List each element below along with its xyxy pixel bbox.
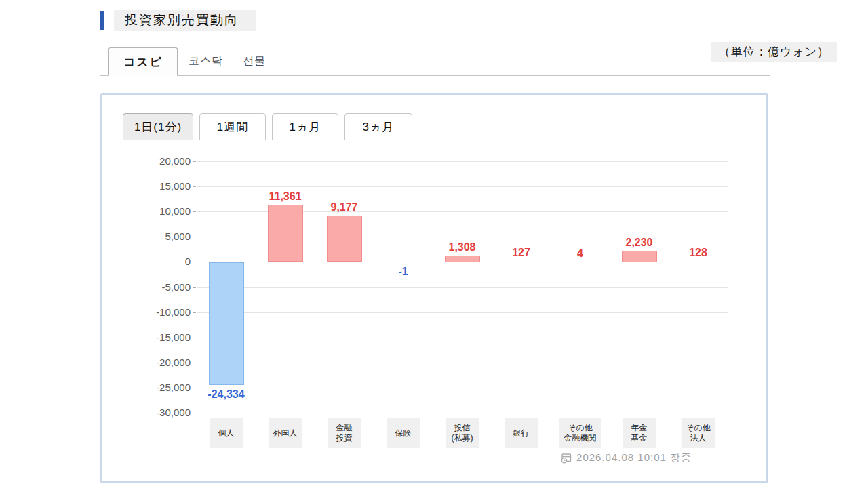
gridline xyxy=(197,413,728,413)
gridline xyxy=(197,388,728,388)
gridline xyxy=(197,287,728,288)
bar-value-label: 127 xyxy=(512,246,530,259)
y-axis-tick-label: -30,000 xyxy=(109,407,191,419)
market-tabbar: コスピ코스닥선물 xyxy=(100,47,770,76)
page-title: 投資家別売買動向 xyxy=(114,10,256,30)
bar-value-label: 9,177 xyxy=(330,201,357,214)
chart-bar xyxy=(209,262,244,385)
market-tab-2[interactable]: 선물 xyxy=(243,47,266,75)
calendar-clock-icon xyxy=(560,452,572,464)
bar-value-label: 1,308 xyxy=(448,241,475,253)
y-axis-tick xyxy=(193,413,196,413)
y-axis-tick-label: 0 xyxy=(109,256,191,268)
y-axis-tick xyxy=(193,287,196,288)
timestamp: 2026.04.08 10:01 장중 xyxy=(560,451,692,464)
chart-bar xyxy=(268,205,303,262)
bar-value-label: 11,361 xyxy=(269,190,301,203)
bar-value-label: 2,230 xyxy=(625,236,652,249)
section-header: 投資家別売買動向 xyxy=(100,10,256,30)
gridline xyxy=(197,161,728,162)
chart-bar xyxy=(622,251,657,262)
y-axis-tick-label: -20,000 xyxy=(109,357,191,369)
y-axis-tick-label: 5,000 xyxy=(109,230,191,243)
x-axis-category-label: 個人 xyxy=(210,418,243,448)
chart-bar xyxy=(445,256,480,262)
chart-bar xyxy=(327,216,362,262)
gridline xyxy=(197,363,728,363)
y-axis-tick-label: -5,000 xyxy=(109,281,191,293)
gridline xyxy=(197,186,728,187)
y-axis-tick xyxy=(193,161,196,162)
y-axis-tick-label: 10,000 xyxy=(109,205,191,218)
y-axis-tick xyxy=(193,211,196,212)
bar-value-label: 128 xyxy=(689,246,707,259)
bar-value-label: -1 xyxy=(398,265,408,278)
y-axis-tick-label: 15,000 xyxy=(109,180,191,192)
y-axis-line xyxy=(197,161,197,413)
x-axis-category-label: 金融投資 xyxy=(328,418,361,448)
y-axis-tick xyxy=(193,262,196,262)
x-axis-category-label: 外国人 xyxy=(269,418,302,448)
y-axis-tick xyxy=(193,388,196,388)
investor-trading-bar-chart: 20,00015,00010,0005,0000-5,000-10,000-15… xyxy=(102,95,766,481)
gridline xyxy=(197,338,728,338)
title-accent-bar xyxy=(100,11,104,30)
y-axis-tick-label: -15,000 xyxy=(109,331,191,344)
x-axis-category-label: その他金融機関 xyxy=(559,418,601,448)
x-axis-category-label: 保険 xyxy=(387,418,420,448)
x-axis-category-label: その他法人 xyxy=(681,418,715,448)
y-axis-tick-label: -25,000 xyxy=(109,382,191,394)
y-axis-tick-label: 20,000 xyxy=(109,155,191,167)
x-axis-category-label: 銀行 xyxy=(505,418,538,448)
y-axis-tick-label: -10,000 xyxy=(109,306,191,319)
y-axis-tick xyxy=(193,312,196,313)
y-axis-tick xyxy=(193,237,196,237)
chart-panel: 1日(1分)1週間1ヵ月3ヵ月 20,00015,00010,0005,0000… xyxy=(100,93,768,483)
bar-value-label: -24,334 xyxy=(208,388,244,401)
x-axis-category-label: 投信(私募) xyxy=(446,418,479,448)
x-axis-category-label: 年金基金 xyxy=(623,418,656,448)
tabbar-underline xyxy=(100,75,770,76)
gridline xyxy=(197,312,728,313)
bar-value-label: 4 xyxy=(577,247,583,260)
y-axis-tick xyxy=(193,363,196,363)
y-axis-tick xyxy=(193,338,196,338)
market-tab-0[interactable]: コスピ xyxy=(108,47,178,76)
timestamp-text: 2026.04.08 10:01 장중 xyxy=(576,451,692,464)
market-tab-1[interactable]: 코스닥 xyxy=(189,47,223,75)
y-axis-tick xyxy=(193,186,196,187)
